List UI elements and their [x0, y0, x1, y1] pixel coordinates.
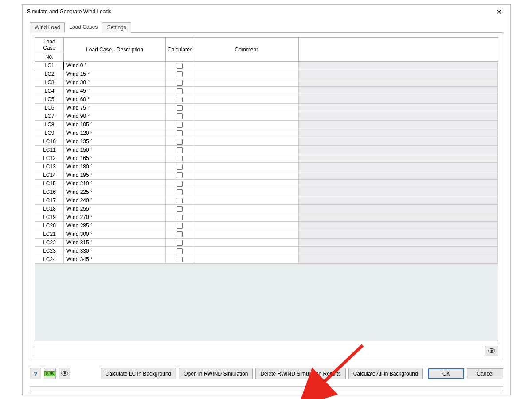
cell-calculated[interactable] [166, 104, 194, 112]
cell-comment[interactable] [194, 180, 299, 188]
cell-description[interactable]: Wind 180 ° [64, 163, 166, 171]
cell-description[interactable]: Wind 165 ° [64, 154, 166, 163]
cell-load-case-no[interactable]: LC4 [35, 87, 64, 95]
table-row[interactable]: LC17Wind 240 ° [35, 196, 498, 205]
cell-load-case-no[interactable]: LC3 [35, 78, 64, 87]
cell-calculated[interactable] [166, 213, 194, 222]
cell-description[interactable]: Wind 330 ° [64, 247, 166, 255]
checkbox-icon[interactable] [177, 139, 183, 145]
cell-load-case-no[interactable]: LC16 [35, 188, 64, 196]
table-row[interactable]: LC18Wind 255 ° [35, 205, 498, 213]
cell-description[interactable]: Wind 60 ° [64, 95, 166, 104]
table-row[interactable]: LC20Wind 285 ° [35, 222, 498, 230]
checkbox-icon[interactable] [177, 113, 183, 119]
checkbox-icon[interactable] [177, 215, 183, 220]
cell-calculated[interactable] [166, 188, 194, 196]
checkbox-icon[interactable] [177, 63, 183, 69]
cell-description[interactable]: Wind 270 ° [64, 213, 166, 222]
table-row[interactable]: LC1Wind 0 ° [35, 62, 498, 70]
table-row[interactable]: LC22Wind 315 ° [35, 239, 498, 247]
checkbox-icon[interactable] [177, 88, 183, 94]
checkbox-icon[interactable] [177, 206, 183, 212]
cell-comment[interactable] [194, 62, 299, 70]
cell-calculated[interactable] [166, 95, 194, 104]
cell-comment[interactable] [194, 171, 299, 180]
cell-description[interactable]: Wind 135 ° [64, 137, 166, 146]
cell-description[interactable]: Wind 240 ° [64, 196, 166, 205]
cell-comment[interactable] [194, 121, 299, 129]
cell-calculated[interactable] [166, 171, 194, 180]
tab-wind-load[interactable]: Wind Load [30, 22, 65, 33]
cell-description[interactable]: Wind 30 ° [64, 78, 166, 87]
cell-calculated[interactable] [166, 180, 194, 188]
delete-results-button[interactable]: Delete RWIND Simulation Results [255, 368, 345, 379]
cell-description[interactable]: Wind 90 ° [64, 112, 166, 121]
cell-comment[interactable] [194, 213, 299, 222]
cell-load-case-no[interactable]: LC9 [35, 129, 64, 137]
cell-load-case-no[interactable]: LC22 [35, 239, 64, 247]
cell-load-case-no[interactable]: LC18 [35, 205, 64, 213]
checkbox-icon[interactable] [177, 223, 183, 229]
tab-settings[interactable]: Settings [102, 22, 131, 33]
cell-load-case-no[interactable]: LC24 [35, 255, 64, 264]
checkbox-icon[interactable] [177, 122, 183, 128]
checkbox-icon[interactable] [177, 71, 183, 77]
cell-comment[interactable] [194, 196, 299, 205]
cell-calculated[interactable] [166, 112, 194, 121]
cell-editor-input[interactable] [35, 346, 483, 356]
cell-calculated[interactable] [166, 163, 194, 171]
cell-comment[interactable] [194, 78, 299, 87]
cell-description[interactable]: Wind 195 ° [64, 171, 166, 180]
units-button[interactable]: 0,00 [44, 368, 56, 379]
cell-calculated[interactable] [166, 247, 194, 255]
cell-calculated[interactable] [166, 222, 194, 230]
cell-calculated[interactable] [166, 129, 194, 137]
cell-calculated[interactable] [166, 137, 194, 146]
cell-description[interactable]: Wind 120 ° [64, 129, 166, 137]
cell-load-case-no[interactable]: LC5 [35, 95, 64, 104]
cell-load-case-no[interactable]: LC23 [35, 247, 64, 255]
cell-calculated[interactable] [166, 239, 194, 247]
cell-description[interactable]: Wind 285 ° [64, 222, 166, 230]
preview-button[interactable] [485, 346, 498, 356]
checkbox-icon[interactable] [177, 130, 183, 136]
cell-calculated[interactable] [166, 255, 194, 264]
cell-load-case-no[interactable]: LC17 [35, 196, 64, 205]
checkbox-icon[interactable] [177, 164, 183, 170]
cell-calculated[interactable] [166, 196, 194, 205]
cell-comment[interactable] [194, 222, 299, 230]
cell-load-case-no[interactable]: LC11 [35, 146, 64, 154]
checkbox-icon[interactable] [177, 105, 183, 111]
cell-load-case-no[interactable]: LC14 [35, 171, 64, 180]
cell-comment[interactable] [194, 137, 299, 146]
cell-description[interactable]: Wind 0 ° [64, 62, 166, 70]
cell-comment[interactable] [194, 104, 299, 112]
cell-comment[interactable] [194, 146, 299, 154]
table-row[interactable]: LC16Wind 225 ° [35, 188, 498, 196]
cell-description[interactable]: Wind 300 ° [64, 230, 166, 239]
cell-comment[interactable] [194, 188, 299, 196]
cell-description[interactable]: Wind 210 ° [64, 180, 166, 188]
cell-description[interactable]: Wind 225 ° [64, 188, 166, 196]
cell-calculated[interactable] [166, 78, 194, 87]
cell-comment[interactable] [194, 95, 299, 104]
table-row[interactable]: LC24Wind 345 ° [35, 255, 498, 264]
cell-comment[interactable] [194, 230, 299, 239]
cell-calculated[interactable] [166, 205, 194, 213]
cell-calculated[interactable] [166, 146, 194, 154]
table-row[interactable]: LC14Wind 195 ° [35, 171, 498, 180]
close-button[interactable] [490, 5, 508, 18]
cell-description[interactable]: Wind 150 ° [64, 146, 166, 154]
checkbox-icon[interactable] [177, 189, 183, 195]
table-row[interactable]: LC21Wind 300 ° [35, 230, 498, 239]
table-row[interactable]: LC15Wind 210 ° [35, 180, 498, 188]
cell-comment[interactable] [194, 255, 299, 264]
table-row[interactable]: LC6Wind 75 ° [35, 104, 498, 112]
view-button[interactable] [59, 368, 70, 379]
table-row[interactable]: LC9Wind 120 ° [35, 129, 498, 137]
cell-comment[interactable] [194, 87, 299, 95]
cell-comment[interactable] [194, 70, 299, 78]
cell-description[interactable]: Wind 315 ° [64, 239, 166, 247]
table-row[interactable]: LC11Wind 150 ° [35, 146, 498, 154]
table-row[interactable]: LC5Wind 60 ° [35, 95, 498, 104]
